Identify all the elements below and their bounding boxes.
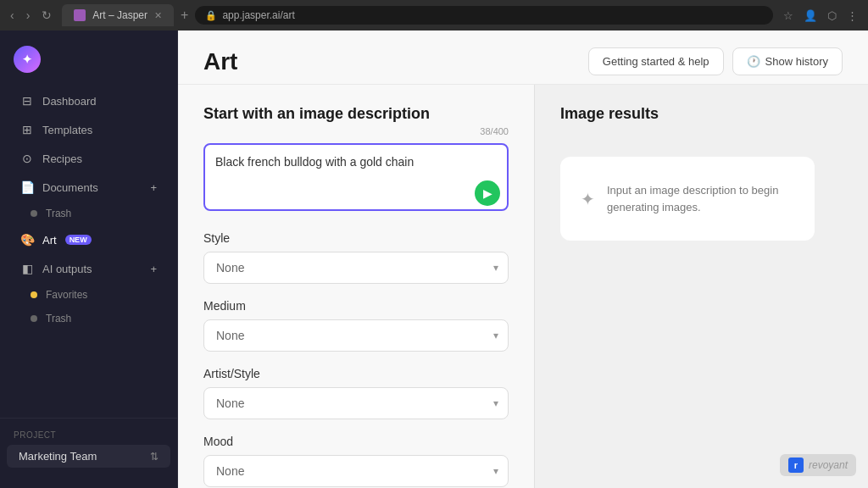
sidebar-section-ai-outputs[interactable]: ◧ AI outputs +	[7, 255, 170, 282]
documents-icon: 📄	[20, 180, 34, 194]
mood-select-wrapper: None ▾	[203, 455, 509, 487]
art-badge: NEW	[65, 235, 92, 245]
mood-field-group: Mood None ▾	[203, 435, 509, 487]
sidebar-item-favorites[interactable]: Favorites	[7, 284, 170, 306]
project-selector[interactable]: Marketing Team ⇅	[7, 445, 170, 468]
sidebar-bottom: PROJECT Marketing Team ⇅	[0, 418, 177, 478]
style-select-wrapper: None Realistic Abstract ▾	[203, 252, 509, 284]
art-icon: 🎨	[20, 233, 34, 247]
revoyant-letter: r	[794, 460, 798, 470]
address-bar[interactable]: 🔒 app.jasper.ai/art	[195, 6, 773, 25]
app-layout: ✦ ⊟ Dashboard ⊞ Templates ⊙ Recipes 📄 Do…	[0, 30, 868, 488]
revoyant-name: revoyant	[809, 459, 848, 471]
sidebar-item-trash[interactable]: Trash	[7, 202, 170, 225]
description-container: ▶	[203, 143, 509, 214]
back-button[interactable]: ‹	[7, 7, 18, 24]
recipes-icon: ⊙	[20, 152, 34, 165]
revoyant-logo: r	[788, 458, 804, 473]
artist-label: Artist/Style	[203, 367, 509, 380]
generate-icon: ▶	[483, 186, 492, 200]
history-icon: 🕐	[747, 55, 760, 68]
results-panel: Image results ✦ Input an image descripti…	[534, 85, 868, 488]
lock-icon: 🔒	[205, 10, 217, 21]
templates-icon: ⊞	[20, 123, 34, 136]
sidebar-item-dashboard[interactable]: ⊟ Dashboard	[7, 87, 170, 114]
tab-favicon	[74, 9, 86, 21]
logo-letter: ✦	[22, 53, 32, 66]
url-text: app.jasper.ai/art	[222, 9, 294, 21]
sidebar-label-favorites: Favorites	[46, 289, 87, 301]
getting-started-button[interactable]: Getting started & help	[588, 47, 724, 75]
ai-outputs-icon: ◧	[20, 262, 34, 275]
sidebar-label-ai-outputs: AI outputs	[42, 263, 92, 275]
browser-action-icons: ☆ 👤 ⬡ ⋮	[780, 8, 861, 24]
style-label: Style	[203, 231, 509, 245]
header-actions: Getting started & help 🕐 Show history	[588, 47, 843, 75]
project-label: PROJECT	[0, 427, 177, 443]
medium-field-group: Medium None Oil Paint Digital ▾	[203, 299, 509, 352]
empty-state: ✦ Input an image description to begin ge…	[560, 157, 815, 241]
sidebar-item-recipes[interactable]: ⊙ Recipes	[7, 145, 170, 172]
style-select[interactable]: None Realistic Abstract	[203, 252, 509, 284]
sidebar-item-templates[interactable]: ⊞ Templates	[7, 116, 170, 143]
sidebar-label-recipes: Recipes	[42, 152, 82, 165]
logo-icon: ✦	[14, 46, 41, 73]
page-title: Art	[203, 48, 237, 75]
profile-icon[interactable]: 👤	[800, 8, 821, 24]
show-history-button[interactable]: 🕐 Show history	[732, 47, 843, 75]
sidebar-item-art[interactable]: 🎨 Art NEW	[7, 226, 170, 253]
results-title: Image results	[560, 105, 843, 123]
empty-message: Input an image description to begin gene…	[607, 182, 794, 215]
tab-title: Art – Jasper	[92, 9, 147, 21]
tab-close-button[interactable]: ✕	[154, 10, 162, 21]
new-tab-button[interactable]: +	[181, 8, 188, 23]
style-field-group: Style None Realistic Abstract ▾	[203, 231, 509, 284]
mood-label: Mood	[203, 435, 509, 448]
sidebar-label-documents: Documents	[42, 181, 98, 194]
sidebar-label-trash2: Trash	[46, 313, 71, 324]
app-wrapper: ✦ ⊟ Dashboard ⊞ Templates ⊙ Recipes 📄 Do…	[0, 30, 868, 488]
main-body: Start with an image description 38/400 ▶…	[178, 85, 868, 488]
project-chevron-icon: ⇅	[150, 451, 159, 463]
sidebar-item-trash2[interactable]: Trash	[7, 308, 170, 330]
history-label: Show history	[765, 55, 828, 68]
char-count: 38/400	[203, 126, 509, 136]
favorites-dot-icon	[31, 291, 37, 298]
revoyant-badge: r revoyant	[780, 454, 856, 476]
sidebar-label-art: Art	[42, 234, 57, 247]
menu-icon[interactable]: ⋮	[843, 8, 861, 24]
sidebar-section-documents[interactable]: 📄 Documents +	[7, 174, 170, 201]
trash-dot-icon	[31, 210, 37, 217]
browser-nav: ‹ › ↻	[7, 7, 55, 24]
extensions-icon[interactable]: ⬡	[824, 8, 840, 24]
trash2-dot-icon	[31, 315, 37, 322]
main-content: Art Getting started & help 🕐 Show histor…	[178, 30, 868, 488]
sidebar-logo: ✦	[0, 41, 177, 86]
sidebar-label-trash: Trash	[46, 208, 71, 219]
description-textarea[interactable]	[203, 143, 509, 211]
form-panel: Start with an image description 38/400 ▶…	[178, 85, 534, 488]
sidebar-label-dashboard: Dashboard	[42, 95, 97, 108]
browser-tab[interactable]: Art – Jasper ✕	[62, 4, 174, 26]
sparkle-icon: ✦	[581, 189, 595, 209]
browser-chrome: ‹ › ↻ Art – Jasper ✕ + 🔒 app.jasper.ai/a…	[0, 0, 868, 30]
main-header: Art Getting started & help 🕐 Show histor…	[178, 30, 868, 85]
forward-button[interactable]: ›	[23, 7, 34, 24]
reload-button[interactable]: ↻	[38, 7, 55, 24]
medium-select[interactable]: None Oil Paint Digital	[203, 319, 509, 352]
artist-select-wrapper: None ▾	[203, 387, 509, 419]
bookmark-icon[interactable]: ☆	[780, 8, 797, 24]
sidebar: ✦ ⊟ Dashboard ⊞ Templates ⊙ Recipes 📄 Do…	[0, 30, 178, 488]
artist-select[interactable]: None	[203, 387, 509, 419]
form-section-title: Start with an image description	[203, 105, 509, 123]
medium-select-wrapper: None Oil Paint Digital ▾	[203, 319, 509, 352]
generate-button[interactable]: ▶	[475, 180, 500, 206]
dashboard-icon: ⊟	[20, 94, 34, 108]
add-ai-output-icon[interactable]: +	[150, 263, 157, 275]
artist-field-group: Artist/Style None ▾	[203, 367, 509, 419]
medium-label: Medium	[203, 299, 509, 313]
mood-select[interactable]: None	[203, 455, 509, 487]
project-name: Marketing Team	[19, 450, 97, 463]
sidebar-label-templates: Templates	[42, 124, 92, 136]
add-document-icon[interactable]: +	[150, 181, 157, 194]
